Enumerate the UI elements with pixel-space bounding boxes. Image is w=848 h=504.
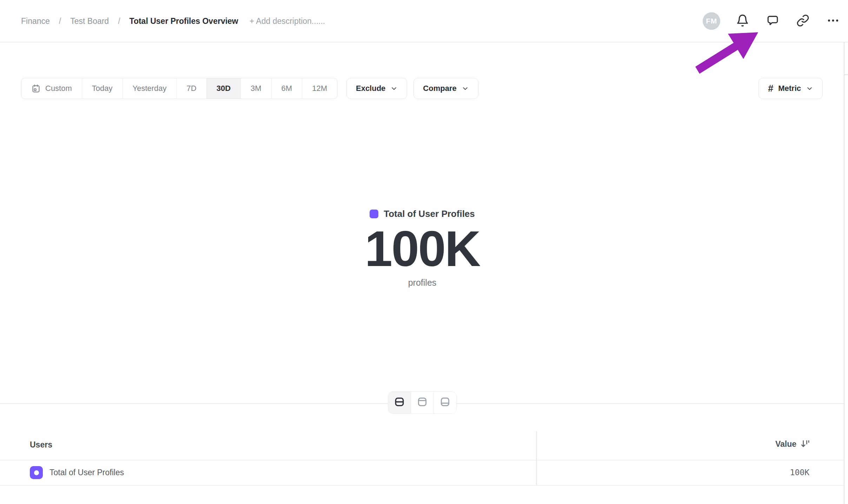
calendar-icon [31, 84, 41, 93]
comment-bubble-icon [766, 14, 779, 28]
chevron-down-icon [390, 85, 398, 92]
date-range-label: Custom [45, 84, 72, 93]
date-range-12m[interactable]: 12M [302, 78, 337, 99]
date-range-7d[interactable]: 7D [177, 78, 206, 99]
date-range-yesterday[interactable]: Yesterday [122, 78, 177, 99]
metric-label: Metric [778, 84, 801, 93]
value-header-label: Value [775, 439, 796, 449]
date-range-selector: Custom Today Yesterday 7D 30D 3M 6M 12M [21, 78, 337, 99]
avatar[interactable]: FM [703, 12, 720, 30]
date-range-6m[interactable]: 6M [271, 78, 302, 99]
chevron-down-icon [462, 85, 469, 92]
table-header-users: Users [30, 440, 52, 450]
split-view-icon [394, 396, 405, 409]
metric-legend: Total of User Profiles [370, 208, 475, 219]
date-range-today[interactable]: Today [82, 78, 122, 99]
date-range-label: 12M [312, 84, 327, 93]
table-header-value-sort[interactable]: Value [775, 439, 811, 450]
date-range-label: Yesterday [133, 84, 167, 93]
exclude-dropdown[interactable]: Exclude [346, 78, 407, 99]
date-range-label: 30D [217, 84, 231, 93]
breadcrumb-test-board[interactable]: Test Board [70, 16, 109, 26]
header-divider [0, 42, 848, 42]
legend-color-swatch [370, 210, 378, 218]
exclude-label: Exclude [356, 84, 385, 93]
date-range-label: 3M [251, 84, 261, 93]
bell-icon [736, 14, 749, 28]
scrollbar-track[interactable] [844, 42, 844, 504]
ellipsis-icon [827, 14, 840, 28]
filter-toolbar: Custom Today Yesterday 7D 30D 3M 6M 12M … [21, 78, 823, 99]
breadcrumb-separator: / [59, 16, 61, 26]
date-range-label: 6M [281, 84, 292, 93]
date-range-custom[interactable]: Custom [21, 78, 82, 99]
date-range-30d-selected[interactable]: 30D [206, 78, 240, 99]
hash-icon: # [768, 84, 773, 93]
layout-toggle-group [388, 391, 457, 414]
date-range-label: 7D [187, 84, 197, 93]
layout-split-view-button[interactable] [388, 392, 411, 413]
link-icon [796, 14, 809, 28]
layout-chart-view-button[interactable] [411, 392, 433, 413]
series-dot [34, 470, 39, 475]
compare-dropdown[interactable]: Compare [413, 78, 478, 99]
page-title: Total User Profiles Overview [130, 16, 238, 26]
breadcrumb-finance[interactable]: Finance [21, 16, 50, 26]
bottom-panel-icon [439, 396, 451, 409]
scrollbar-tick [844, 74, 848, 75]
comments-button[interactable] [764, 13, 781, 29]
table-divider [0, 485, 844, 486]
chevron-down-icon [806, 85, 813, 92]
legend-label: Total of User Profiles [384, 208, 475, 219]
top-bar: Finance / Test Board / Total User Profil… [0, 0, 848, 42]
notifications-button[interactable] [734, 13, 750, 29]
share-link-button[interactable] [795, 13, 811, 29]
metric-dropdown[interactable]: # Metric [758, 78, 823, 99]
compare-label: Compare [423, 84, 456, 93]
breadcrumb-separator: / [118, 16, 120, 26]
row-series-value: 100K [790, 468, 809, 477]
series-color-icon [30, 466, 43, 479]
layout-table-view-button[interactable] [433, 392, 456, 413]
sort-descending-icon [800, 439, 811, 450]
add-description-button[interactable]: + Add description...... [250, 16, 325, 26]
row-series-name: Total of User Profiles [49, 468, 124, 477]
metric-unit: profiles [0, 278, 844, 288]
more-options-button[interactable] [825, 13, 841, 29]
metric-value: 100K [0, 223, 844, 276]
topbar-actions: FM [703, 12, 841, 30]
breadcrumb: Finance / Test Board / Total User Profil… [21, 16, 325, 26]
date-range-3m[interactable]: 3M [240, 78, 271, 99]
date-range-label: Today [92, 84, 113, 93]
metric-summary: Total of User Profiles 100K profiles [0, 208, 844, 288]
top-panel-icon [417, 396, 428, 409]
table-row[interactable]: Total of User Profiles 100K [0, 460, 844, 485]
